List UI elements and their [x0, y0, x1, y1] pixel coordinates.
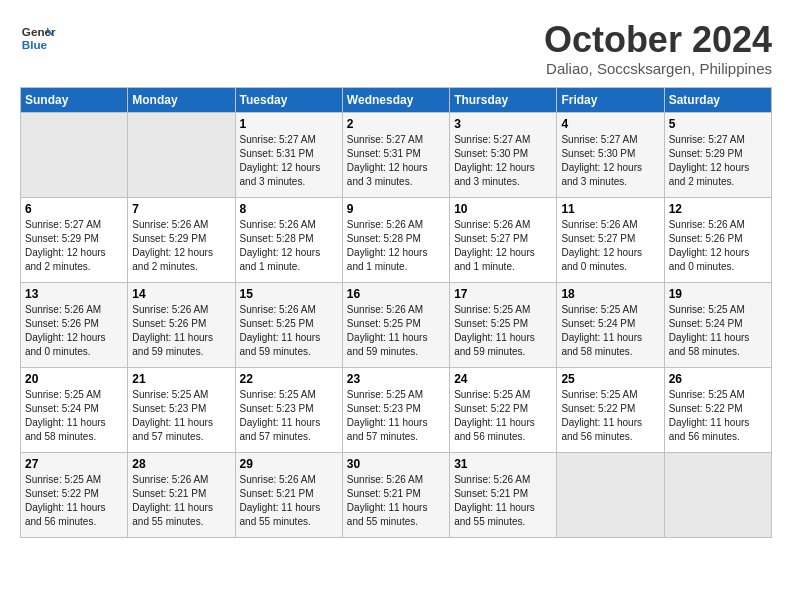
calendar-cell: 6Sunrise: 5:27 AM Sunset: 5:29 PM Daylig…	[21, 197, 128, 282]
day-info: Sunrise: 5:26 AM Sunset: 5:21 PM Dayligh…	[240, 473, 338, 529]
location: Daliao, Soccsksargen, Philippines	[544, 60, 772, 77]
day-header-tuesday: Tuesday	[235, 87, 342, 112]
day-info: Sunrise: 5:27 AM Sunset: 5:29 PM Dayligh…	[669, 133, 767, 189]
day-header-saturday: Saturday	[664, 87, 771, 112]
day-info: Sunrise: 5:25 AM Sunset: 5:24 PM Dayligh…	[561, 303, 659, 359]
page-header: General Blue October 2024 Daliao, Soccsk…	[20, 20, 772, 77]
day-info: Sunrise: 5:25 AM Sunset: 5:22 PM Dayligh…	[669, 388, 767, 444]
day-number: 17	[454, 287, 552, 301]
day-info: Sunrise: 5:26 AM Sunset: 5:25 PM Dayligh…	[240, 303, 338, 359]
calendar-cell: 20Sunrise: 5:25 AM Sunset: 5:24 PM Dayli…	[21, 367, 128, 452]
day-number: 15	[240, 287, 338, 301]
day-number: 18	[561, 287, 659, 301]
calendar-header-row: SundayMondayTuesdayWednesdayThursdayFrid…	[21, 87, 772, 112]
calendar-cell: 22Sunrise: 5:25 AM Sunset: 5:23 PM Dayli…	[235, 367, 342, 452]
calendar-cell: 9Sunrise: 5:26 AM Sunset: 5:28 PM Daylig…	[342, 197, 449, 282]
calendar-week-3: 13Sunrise: 5:26 AM Sunset: 5:26 PM Dayli…	[21, 282, 772, 367]
logo-icon: General Blue	[20, 20, 56, 56]
day-number: 16	[347, 287, 445, 301]
day-info: Sunrise: 5:26 AM Sunset: 5:26 PM Dayligh…	[132, 303, 230, 359]
day-number: 9	[347, 202, 445, 216]
calendar-cell: 31Sunrise: 5:26 AM Sunset: 5:21 PM Dayli…	[450, 452, 557, 537]
day-number: 6	[25, 202, 123, 216]
month-title: October 2024	[544, 20, 772, 60]
day-number: 5	[669, 117, 767, 131]
day-info: Sunrise: 5:26 AM Sunset: 5:27 PM Dayligh…	[561, 218, 659, 274]
calendar-cell: 17Sunrise: 5:25 AM Sunset: 5:25 PM Dayli…	[450, 282, 557, 367]
day-info: Sunrise: 5:26 AM Sunset: 5:21 PM Dayligh…	[132, 473, 230, 529]
day-info: Sunrise: 5:25 AM Sunset: 5:22 PM Dayligh…	[25, 473, 123, 529]
calendar-cell: 10Sunrise: 5:26 AM Sunset: 5:27 PM Dayli…	[450, 197, 557, 282]
calendar-cell: 5Sunrise: 5:27 AM Sunset: 5:29 PM Daylig…	[664, 112, 771, 197]
calendar-cell: 14Sunrise: 5:26 AM Sunset: 5:26 PM Dayli…	[128, 282, 235, 367]
day-number: 28	[132, 457, 230, 471]
day-info: Sunrise: 5:26 AM Sunset: 5:21 PM Dayligh…	[347, 473, 445, 529]
day-number: 3	[454, 117, 552, 131]
day-info: Sunrise: 5:25 AM Sunset: 5:23 PM Dayligh…	[347, 388, 445, 444]
day-info: Sunrise: 5:25 AM Sunset: 5:23 PM Dayligh…	[132, 388, 230, 444]
day-number: 11	[561, 202, 659, 216]
day-number: 1	[240, 117, 338, 131]
calendar-cell: 26Sunrise: 5:25 AM Sunset: 5:22 PM Dayli…	[664, 367, 771, 452]
calendar-cell: 13Sunrise: 5:26 AM Sunset: 5:26 PM Dayli…	[21, 282, 128, 367]
day-info: Sunrise: 5:27 AM Sunset: 5:31 PM Dayligh…	[347, 133, 445, 189]
calendar-cell	[21, 112, 128, 197]
calendar-cell: 21Sunrise: 5:25 AM Sunset: 5:23 PM Dayli…	[128, 367, 235, 452]
day-info: Sunrise: 5:26 AM Sunset: 5:25 PM Dayligh…	[347, 303, 445, 359]
day-info: Sunrise: 5:26 AM Sunset: 5:21 PM Dayligh…	[454, 473, 552, 529]
calendar-week-1: 1Sunrise: 5:27 AM Sunset: 5:31 PM Daylig…	[21, 112, 772, 197]
day-number: 12	[669, 202, 767, 216]
day-number: 13	[25, 287, 123, 301]
calendar-cell: 27Sunrise: 5:25 AM Sunset: 5:22 PM Dayli…	[21, 452, 128, 537]
calendar-cell: 24Sunrise: 5:25 AM Sunset: 5:22 PM Dayli…	[450, 367, 557, 452]
day-info: Sunrise: 5:25 AM Sunset: 5:23 PM Dayligh…	[240, 388, 338, 444]
calendar-cell: 30Sunrise: 5:26 AM Sunset: 5:21 PM Dayli…	[342, 452, 449, 537]
day-info: Sunrise: 5:27 AM Sunset: 5:30 PM Dayligh…	[454, 133, 552, 189]
calendar-cell: 8Sunrise: 5:26 AM Sunset: 5:28 PM Daylig…	[235, 197, 342, 282]
day-info: Sunrise: 5:25 AM Sunset: 5:24 PM Dayligh…	[669, 303, 767, 359]
day-header-friday: Friday	[557, 87, 664, 112]
calendar-cell: 4Sunrise: 5:27 AM Sunset: 5:30 PM Daylig…	[557, 112, 664, 197]
title-block: October 2024 Daliao, Soccsksargen, Phili…	[544, 20, 772, 77]
calendar-cell: 15Sunrise: 5:26 AM Sunset: 5:25 PM Dayli…	[235, 282, 342, 367]
calendar-cell: 2Sunrise: 5:27 AM Sunset: 5:31 PM Daylig…	[342, 112, 449, 197]
logo: General Blue	[20, 20, 56, 56]
calendar-cell: 29Sunrise: 5:26 AM Sunset: 5:21 PM Dayli…	[235, 452, 342, 537]
day-number: 4	[561, 117, 659, 131]
calendar-cell: 23Sunrise: 5:25 AM Sunset: 5:23 PM Dayli…	[342, 367, 449, 452]
calendar-cell	[664, 452, 771, 537]
day-number: 26	[669, 372, 767, 386]
day-number: 31	[454, 457, 552, 471]
calendar-week-5: 27Sunrise: 5:25 AM Sunset: 5:22 PM Dayli…	[21, 452, 772, 537]
day-info: Sunrise: 5:26 AM Sunset: 5:28 PM Dayligh…	[347, 218, 445, 274]
day-info: Sunrise: 5:26 AM Sunset: 5:26 PM Dayligh…	[669, 218, 767, 274]
day-number: 24	[454, 372, 552, 386]
svg-text:General: General	[22, 25, 56, 38]
day-number: 14	[132, 287, 230, 301]
calendar-week-4: 20Sunrise: 5:25 AM Sunset: 5:24 PM Dayli…	[21, 367, 772, 452]
day-header-monday: Monday	[128, 87, 235, 112]
day-info: Sunrise: 5:26 AM Sunset: 5:27 PM Dayligh…	[454, 218, 552, 274]
day-header-sunday: Sunday	[21, 87, 128, 112]
calendar-cell: 12Sunrise: 5:26 AM Sunset: 5:26 PM Dayli…	[664, 197, 771, 282]
day-number: 2	[347, 117, 445, 131]
calendar-cell	[128, 112, 235, 197]
day-number: 25	[561, 372, 659, 386]
calendar-cell: 1Sunrise: 5:27 AM Sunset: 5:31 PM Daylig…	[235, 112, 342, 197]
day-number: 7	[132, 202, 230, 216]
calendar-cell	[557, 452, 664, 537]
day-header-wednesday: Wednesday	[342, 87, 449, 112]
calendar-cell: 25Sunrise: 5:25 AM Sunset: 5:22 PM Dayli…	[557, 367, 664, 452]
day-number: 27	[25, 457, 123, 471]
day-info: Sunrise: 5:25 AM Sunset: 5:22 PM Dayligh…	[561, 388, 659, 444]
day-number: 29	[240, 457, 338, 471]
day-info: Sunrise: 5:26 AM Sunset: 5:29 PM Dayligh…	[132, 218, 230, 274]
day-number: 30	[347, 457, 445, 471]
day-info: Sunrise: 5:26 AM Sunset: 5:26 PM Dayligh…	[25, 303, 123, 359]
calendar-cell: 11Sunrise: 5:26 AM Sunset: 5:27 PM Dayli…	[557, 197, 664, 282]
day-info: Sunrise: 5:26 AM Sunset: 5:28 PM Dayligh…	[240, 218, 338, 274]
svg-text:Blue: Blue	[22, 38, 48, 51]
calendar-cell: 16Sunrise: 5:26 AM Sunset: 5:25 PM Dayli…	[342, 282, 449, 367]
calendar-cell: 7Sunrise: 5:26 AM Sunset: 5:29 PM Daylig…	[128, 197, 235, 282]
day-info: Sunrise: 5:27 AM Sunset: 5:31 PM Dayligh…	[240, 133, 338, 189]
